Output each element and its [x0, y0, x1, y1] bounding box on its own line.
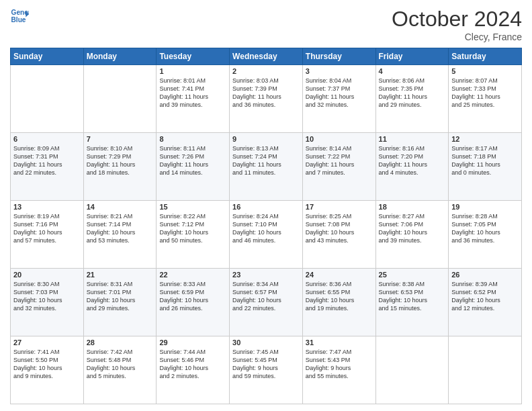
day-info: Sunrise: 8:30 AM Sunset: 7:03 PM Dayligh…: [13, 280, 81, 313]
calendar-cell: 10Sunrise: 8:14 AM Sunset: 7:22 PM Dayli…: [302, 133, 375, 201]
calendar-cell: [11, 65, 84, 133]
day-number: 13: [13, 203, 81, 211]
calendar-cell: 4Sunrise: 8:06 AM Sunset: 7:35 PM Daylig…: [375, 65, 449, 133]
calendar-cell: 31Sunrise: 7:47 AM Sunset: 5:43 PM Dayli…: [302, 336, 375, 404]
calendar-cell: 7Sunrise: 8:10 AM Sunset: 7:29 PM Daylig…: [83, 133, 157, 201]
day-number: 18: [379, 203, 446, 211]
calendar-cell: [83, 65, 157, 133]
weekday-tuesday: Tuesday: [157, 48, 230, 65]
day-number: 19: [451, 203, 519, 211]
location: Clecy, France: [392, 32, 522, 42]
calendar-cell: 29Sunrise: 7:44 AM Sunset: 5:46 PM Dayli…: [157, 336, 230, 404]
day-number: 31: [306, 338, 373, 347]
day-info: Sunrise: 8:21 AM Sunset: 7:14 PM Dayligh…: [87, 212, 154, 245]
weekday-sunday: Sunday: [11, 48, 84, 65]
day-info: Sunrise: 8:14 AM Sunset: 7:22 PM Dayligh…: [306, 144, 373, 177]
day-number: 23: [232, 271, 300, 279]
calendar-cell: 18Sunrise: 8:27 AM Sunset: 7:06 PM Dayli…: [375, 201, 449, 269]
day-number: 1: [159, 67, 226, 75]
calendar-cell: 5Sunrise: 8:07 AM Sunset: 7:33 PM Daylig…: [449, 65, 522, 133]
day-info: Sunrise: 8:01 AM Sunset: 7:41 PM Dayligh…: [159, 77, 226, 109]
day-info: Sunrise: 8:04 AM Sunset: 7:37 PM Dayligh…: [306, 77, 373, 109]
calendar-cell: 8Sunrise: 8:11 AM Sunset: 7:26 PM Daylig…: [157, 133, 230, 201]
calendar-cell: 26Sunrise: 8:39 AM Sunset: 6:52 PM Dayli…: [449, 269, 522, 336]
calendar-cell: 21Sunrise: 8:31 AM Sunset: 7:01 PM Dayli…: [83, 269, 157, 336]
day-number: 20: [13, 271, 81, 279]
calendar-cell: 13Sunrise: 8:19 AM Sunset: 7:16 PM Dayli…: [11, 201, 84, 269]
day-info: Sunrise: 8:10 AM Sunset: 7:29 PM Dayligh…: [87, 144, 154, 177]
calendar-cell: 3Sunrise: 8:04 AM Sunset: 7:37 PM Daylig…: [302, 65, 375, 133]
title-block: October 2024 Clecy, France: [392, 7, 522, 42]
day-info: Sunrise: 8:07 AM Sunset: 7:33 PM Dayligh…: [451, 77, 519, 109]
header: General Blue October 2024 Clecy, France: [10, 7, 522, 42]
day-number: 27: [13, 338, 81, 347]
day-number: 28: [87, 338, 154, 347]
weekday-monday: Monday: [83, 48, 157, 65]
calendar-cell: 20Sunrise: 8:30 AM Sunset: 7:03 PM Dayli…: [11, 269, 84, 336]
calendar-cell: 15Sunrise: 8:22 AM Sunset: 7:12 PM Dayli…: [157, 201, 230, 269]
day-info: Sunrise: 8:38 AM Sunset: 6:53 PM Dayligh…: [379, 280, 446, 313]
day-info: Sunrise: 8:17 AM Sunset: 7:18 PM Dayligh…: [451, 144, 519, 177]
day-number: 6: [13, 135, 81, 143]
calendar-cell: 27Sunrise: 7:41 AM Sunset: 5:50 PM Dayli…: [11, 336, 84, 404]
day-number: 3: [306, 67, 373, 75]
day-info: Sunrise: 7:41 AM Sunset: 5:50 PM Dayligh…: [13, 348, 81, 381]
day-info: Sunrise: 8:34 AM Sunset: 6:57 PM Dayligh…: [232, 280, 300, 313]
day-info: Sunrise: 8:31 AM Sunset: 7:01 PM Dayligh…: [87, 280, 154, 313]
day-number: 11: [379, 135, 446, 143]
calendar-cell: 16Sunrise: 8:24 AM Sunset: 7:10 PM Dayli…: [230, 201, 303, 269]
day-number: 15: [159, 203, 226, 211]
calendar-cell: 19Sunrise: 8:28 AM Sunset: 7:05 PM Dayli…: [449, 201, 522, 269]
month-title: October 2024: [392, 7, 522, 32]
calendar-row-5: 27Sunrise: 7:41 AM Sunset: 5:50 PM Dayli…: [11, 336, 522, 404]
day-info: Sunrise: 7:45 AM Sunset: 5:45 PM Dayligh…: [232, 348, 300, 381]
calendar-table: SundayMondayTuesdayWednesdayThursdayFrid…: [10, 48, 522, 404]
day-number: 17: [306, 203, 373, 211]
day-number: 14: [87, 203, 154, 211]
weekday-saturday: Saturday: [449, 48, 522, 65]
svg-text:Blue: Blue: [11, 16, 26, 24]
day-info: Sunrise: 8:25 AM Sunset: 7:08 PM Dayligh…: [306, 212, 373, 245]
day-info: Sunrise: 7:44 AM Sunset: 5:46 PM Dayligh…: [159, 348, 226, 381]
calendar-row-1: 1Sunrise: 8:01 AM Sunset: 7:41 PM Daylig…: [11, 65, 522, 133]
calendar-cell: 28Sunrise: 7:42 AM Sunset: 5:48 PM Dayli…: [83, 336, 157, 404]
day-info: Sunrise: 8:06 AM Sunset: 7:35 PM Dayligh…: [379, 77, 446, 109]
calendar-cell: 9Sunrise: 8:13 AM Sunset: 7:24 PM Daylig…: [230, 133, 303, 201]
page: General Blue October 2024 Clecy, France …: [0, 0, 532, 411]
day-info: Sunrise: 7:47 AM Sunset: 5:43 PM Dayligh…: [306, 348, 373, 381]
day-number: 8: [159, 135, 226, 143]
day-number: 5: [451, 67, 519, 75]
day-number: 25: [379, 271, 446, 279]
day-info: Sunrise: 8:11 AM Sunset: 7:26 PM Dayligh…: [159, 144, 226, 177]
day-info: Sunrise: 8:27 AM Sunset: 7:06 PM Dayligh…: [379, 212, 446, 245]
weekday-header-row: SundayMondayTuesdayWednesdayThursdayFrid…: [11, 48, 522, 65]
calendar-cell: 25Sunrise: 8:38 AM Sunset: 6:53 PM Dayli…: [375, 269, 449, 336]
day-number: 22: [159, 271, 226, 279]
weekday-friday: Friday: [375, 48, 449, 65]
day-info: Sunrise: 8:09 AM Sunset: 7:31 PM Dayligh…: [13, 144, 81, 177]
day-info: Sunrise: 8:24 AM Sunset: 7:10 PM Dayligh…: [232, 212, 300, 245]
day-number: 9: [232, 135, 300, 143]
calendar-row-3: 13Sunrise: 8:19 AM Sunset: 7:16 PM Dayli…: [11, 201, 522, 269]
calendar-row-2: 6Sunrise: 8:09 AM Sunset: 7:31 PM Daylig…: [11, 133, 522, 201]
calendar-cell: 12Sunrise: 8:17 AM Sunset: 7:18 PM Dayli…: [449, 133, 522, 201]
calendar-cell: 14Sunrise: 8:21 AM Sunset: 7:14 PM Dayli…: [83, 201, 157, 269]
day-info: Sunrise: 8:22 AM Sunset: 7:12 PM Dayligh…: [159, 212, 226, 245]
day-number: 10: [306, 135, 373, 143]
day-info: Sunrise: 8:39 AM Sunset: 6:52 PM Dayligh…: [451, 280, 519, 313]
day-number: 29: [159, 338, 226, 347]
day-info: Sunrise: 7:42 AM Sunset: 5:48 PM Dayligh…: [87, 348, 154, 381]
calendar-cell: 30Sunrise: 7:45 AM Sunset: 5:45 PM Dayli…: [230, 336, 303, 404]
day-info: Sunrise: 8:03 AM Sunset: 7:39 PM Dayligh…: [232, 77, 300, 109]
day-info: Sunrise: 8:13 AM Sunset: 7:24 PM Dayligh…: [232, 144, 300, 177]
calendar-cell: 23Sunrise: 8:34 AM Sunset: 6:57 PM Dayli…: [230, 269, 303, 336]
logo: General Blue: [10, 7, 29, 26]
day-number: 2: [232, 67, 300, 75]
day-info: Sunrise: 8:36 AM Sunset: 6:55 PM Dayligh…: [306, 280, 373, 313]
calendar-cell: [449, 336, 522, 404]
calendar-cell: 2Sunrise: 8:03 AM Sunset: 7:39 PM Daylig…: [230, 65, 303, 133]
day-number: 30: [232, 338, 300, 347]
weekday-thursday: Thursday: [302, 48, 375, 65]
day-number: 16: [232, 203, 300, 211]
day-info: Sunrise: 8:33 AM Sunset: 6:59 PM Dayligh…: [159, 280, 226, 313]
